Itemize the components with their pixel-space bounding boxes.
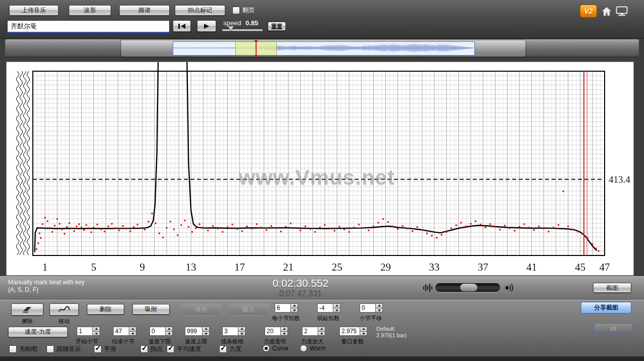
beats-per-bar-spin[interactable] [291,303,298,313]
mean-tempo-label: 平均速度 [177,345,201,353]
time-display: 0:02:30.552 0:07:47.331 [255,277,346,298]
dynamics-checkbox-wrap[interactable]: 力度 [219,345,241,353]
spectrum-button[interactable]: 频谱 [119,5,170,16]
no-click-checkbox-wrap[interactable]: 无响哨 [9,345,37,353]
speed-value: 0.85 [245,19,258,27]
worm-radio-wrap[interactable]: Worm [300,345,326,352]
page-turn-checkbox-wrap[interactable]: 翻页 [232,6,255,15]
waveform-button[interactable]: 波形 [69,5,111,16]
move-label: 移动 [49,318,79,325]
bottom-control-panel: 擦除 移动 删除 吸附 保存 载入 6 每小节拍数 -4 弱起拍数 0 小节平移… [0,300,644,357]
smooth-checkbox[interactable] [94,345,102,353]
mean-tempo-checkbox-wrap[interactable]: 平均速度 [167,345,201,353]
tempo-chart-panel[interactable]: www.Vmus.net [6,62,634,276]
snap-button[interactable]: 吸附 [132,304,170,315]
play-button[interactable] [197,20,216,32]
dynamics-opacity-stepper[interactable]: 20 [265,327,288,336]
smooth-label: 平滑 [104,345,116,353]
dynamics-zoom-spin[interactable] [318,327,325,336]
speed-min-spin[interactable] [166,327,173,336]
song-title-input[interactable] [7,20,170,33]
reset-speed-button[interactable]: 重置 [268,22,286,31]
pickup-beats-spin[interactable] [333,303,340,313]
dynamics-opacity-spin[interactable] [281,327,288,336]
save-button-disabled: 保存 [181,303,221,316]
window-param-stepper[interactable]: 2.975 [339,327,367,336]
start-bar-spin[interactable] [93,327,100,336]
start-bar-value: 1 [77,327,93,336]
monitor-icon[interactable] [615,5,628,17]
bar-shift-stepper[interactable]: 0 [360,303,383,313]
speed-label: speed [223,19,241,27]
follow-music-checkbox[interactable] [46,345,54,353]
no-click-label: 无响哨 [19,345,37,353]
mean-tempo-checkbox[interactable] [167,345,174,353]
line-width-stepper[interactable]: 3 [222,327,245,336]
volume-slider-knob[interactable] [460,284,477,291]
worm-radio[interactable] [300,345,307,352]
current-time: 0:02:30.552 [255,277,346,289]
dynamics-checkbox[interactable] [219,345,227,353]
move-button[interactable] [49,303,79,316]
beat-marks-button[interactable]: 拍点标记 [175,5,225,16]
pickup-beats-value: -4 [317,303,333,313]
beats-per-bar-label: 每小节拍数 [267,315,305,322]
bar-shift-label: 小节平移 [355,315,387,322]
speed-max-spin[interactable] [203,327,210,336]
speed-slider-knob[interactable] [228,26,234,31]
end-bar-value: 47 [113,327,129,336]
dynamics-label: 力度 [229,345,241,353]
no-click-checkbox[interactable] [9,345,17,353]
speed-max-label: 速度上限 [181,338,211,345]
pickup-beats-label: 弱起拍数 [312,315,344,322]
waveform-volume-icon [422,283,434,295]
waveform-overview-box[interactable] [173,41,475,56]
speed-dynamics-button[interactable]: 速度-力度 [8,327,68,337]
erase-label: 擦除 [11,318,43,325]
smooth-checkbox-wrap[interactable]: 平滑 [94,345,116,353]
line-width-value: 3 [222,327,238,336]
end-bar-stepper[interactable]: 47 [113,327,136,336]
page-turn-checkbox[interactable] [232,7,240,14]
eraser-icon [21,306,34,314]
dynamics-zoom-stepper[interactable]: 2 [302,327,325,336]
worm-move-icon [58,305,70,314]
v2-version-badge[interactable]: V2 [580,5,597,18]
top-toolbar: 上传音乐 波形 频谱 拍点标记 翻页 V2 speed 0.85 重置 [0,0,644,39]
start-bar-stepper[interactable]: 1 [77,327,100,336]
erase-button[interactable] [11,303,43,316]
home-icon[interactable] [600,5,613,17]
speed-min-value: 0 [150,327,166,336]
page-turn-label: 翻页 [242,6,255,15]
skip-to-start-button[interactable] [173,20,191,32]
pickup-beats-stepper[interactable]: -4 [317,303,340,313]
tempo-chart-canvas[interactable] [7,62,633,275]
speed-min-stepper[interactable]: 0 [150,327,173,336]
follow-music-label: 跟随音乐 [57,345,81,353]
waveform-overview-canvas[interactable] [173,42,473,54]
window-param-spin[interactable] [360,327,367,336]
dynamics-opacity-value: 20 [265,327,281,336]
window-param-value: 2.975 [339,327,360,336]
share-screenshot-button[interactable]: 分享截图 [581,302,631,314]
volume-slider[interactable] [435,283,500,292]
bar-shift-spin[interactable] [376,303,383,313]
overview-playhead-cursor[interactable] [256,40,257,57]
line-width-spin[interactable] [238,327,245,336]
screenshot-button[interactable]: 截图 [593,283,631,293]
beats-per-bar-stepper[interactable]: 6 [275,303,298,313]
curve-radio[interactable] [263,345,270,352]
curve-radio-wrap[interactable]: Curve [263,345,288,352]
end-bar-spin[interactable] [129,327,136,336]
end-bar-label: 结束小节 [108,338,138,345]
overview-strip [5,39,639,58]
beats-checkbox[interactable] [140,345,148,353]
speaker-icon [503,283,514,295]
upload-music-button[interactable]: 上传音乐 [9,5,59,16]
delete-button[interactable]: 删除 [87,304,124,315]
follow-music-checkbox-wrap[interactable]: 跟随音乐 [46,345,81,353]
speed-max-stepper[interactable]: 999 [185,327,210,336]
load-button-disabled: 载入 [228,303,269,316]
vmus-tempo-analyzer-app: 上传音乐 波形 频谱 拍点标记 翻页 V2 speed 0.85 重置 [0,0,644,361]
beats-checkbox-wrap[interactable]: 拍点 [140,345,163,353]
